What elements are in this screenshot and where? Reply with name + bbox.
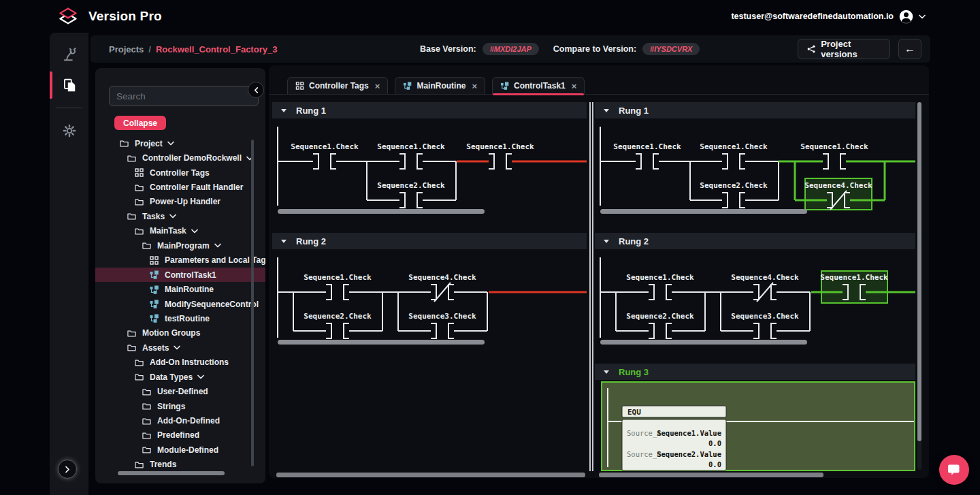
tree-item-controltask1[interactable]: ControlTask1 (95, 268, 265, 282)
tab-bar: Controller Tags × MainRoutine × ControlT… (287, 77, 585, 94)
tree-item-module-defined[interactable]: Module-Defined (95, 443, 265, 457)
compare-pane-horizontal-scrollbar[interactable] (599, 473, 823, 477)
tree-item-controller-demorockwell[interactable]: Controller DemoRockwell (95, 150, 265, 165)
tree-item-modifysequencecontrol[interactable]: ModifySequenceControl (95, 297, 265, 311)
routine-icon (150, 270, 159, 279)
compare-pane-vertical-scrollbar[interactable] (917, 102, 921, 470)
app-title: Version Pro (88, 9, 162, 24)
tab-controller-tags[interactable]: Controller Tags × (287, 77, 388, 94)
top-header: Version Pro testuser@softwaredefinedauto… (0, 0, 980, 33)
rail-item-settings[interactable] (50, 117, 88, 144)
rail-item-robots[interactable] (50, 40, 88, 67)
base-version-label: Base Version: (420, 44, 476, 54)
svg-text:Sequence4.Check: Sequence4.Check (408, 273, 476, 282)
expand-rail-button[interactable] (58, 460, 77, 479)
folder-icon (135, 197, 144, 206)
tab-mainroutine[interactable]: MainRoutine × (395, 77, 485, 94)
routine-icon (150, 285, 159, 294)
folder-icon (142, 402, 151, 411)
icon-rail (50, 33, 88, 495)
collapse-caret-icon (604, 240, 609, 243)
tree-item-power-up-handler[interactable]: Power-Up Handler (95, 195, 265, 209)
tree-vertical-scrollbar[interactable] (251, 140, 254, 466)
tree-item-data-types[interactable]: Data Types (95, 370, 265, 384)
back-arrow-icon: ← (904, 43, 915, 55)
compare-rung1-header[interactable]: Rung 1 (595, 102, 915, 118)
svg-text:Sequence1.Value: Sequence1.Value (657, 429, 721, 437)
tree-item-mainprogram[interactable]: MainProgram (95, 238, 265, 253)
breadcrumb-current-project[interactable]: Rockwell_Control_Factory_3 (156, 44, 277, 54)
svg-text:Sequence2.Value: Sequence2.Value (657, 450, 721, 458)
collapse-caret-icon (281, 109, 287, 112)
compare-rung3-header[interactable]: Rung 3 (595, 364, 915, 380)
rung-horizontal-scrollbar[interactable] (278, 340, 485, 345)
svg-text:EQU: EQU (627, 408, 641, 417)
tab-controltask1[interactable]: ControlTask1 × (492, 77, 585, 94)
folder-icon (135, 372, 144, 381)
svg-text:Sequence2.Check: Sequence2.Check (700, 181, 768, 190)
tree-item-controller-tags[interactable]: Controller Tags (95, 165, 265, 180)
rung-horizontal-scrollbar[interactable] (600, 340, 807, 345)
tree-item-motion-groups[interactable]: Motion Groups (95, 326, 265, 340)
compare-rung2-ladder: Sequence1.Check Sequence2.Check Sequence… (595, 249, 915, 346)
tree-item-strings[interactable]: Strings (95, 399, 265, 413)
folder-icon (127, 343, 136, 352)
folder-icon (142, 431, 151, 440)
chevron-down-icon (174, 345, 180, 350)
close-tab-icon[interactable]: × (472, 81, 477, 91)
base-rung2-header[interactable]: Rung 2 (272, 233, 587, 249)
rail-item-projects[interactable] (50, 71, 88, 99)
pane-divider-line (592, 102, 593, 471)
collapse-tree-button[interactable]: Collapse (114, 116, 166, 130)
base-rung2-ladder: Sequence1.Check Sequence2.Check Sequence… (272, 249, 587, 346)
compare-rung3-ladder-added: EQU Source_A Sequence1.Value 0.0 Source_… (601, 381, 915, 471)
folder-icon (135, 358, 144, 367)
tree-item-controller-fault-handler[interactable]: Controller Fault Handler (95, 180, 265, 194)
close-tab-icon[interactable]: × (375, 81, 380, 91)
tree-item-add-on-defined[interactable]: Add-On-Defined (95, 413, 265, 428)
chat-support-button[interactable] (939, 455, 969, 485)
chat-bubble-icon (947, 462, 962, 477)
svg-text:0.0: 0.0 (708, 439, 721, 447)
routine-icon (500, 82, 509, 90)
tree-item-add-on-instructions[interactable]: Add-On Instructions (95, 355, 265, 370)
tree-item-predefined[interactable]: Predefined (95, 428, 265, 443)
rung-horizontal-scrollbar[interactable] (278, 209, 485, 214)
breadcrumb-projects-link[interactable]: Projects (109, 44, 144, 54)
tree-item-maintask[interactable]: MainTask (95, 224, 265, 238)
base-version-badge[interactable]: #MXDI2JAP (483, 43, 539, 55)
svg-text:Sequence4.Check: Sequence4.Check (804, 181, 872, 190)
base-rung1-header[interactable]: Rung 1 (272, 102, 587, 118)
project-versions-button[interactable]: Project versions (798, 39, 890, 59)
svg-text:0.0: 0.0 (708, 460, 721, 468)
chevron-down-icon (197, 374, 204, 379)
tree-item-user-defined[interactable]: User-Defined (95, 384, 265, 398)
folder-icon (135, 227, 144, 236)
folder-icon (135, 460, 144, 469)
collapse-panel-button[interactable] (248, 82, 264, 98)
base-pane-horizontal-scrollbar[interactable] (276, 473, 585, 477)
svg-text:Sequence2.Check: Sequence2.Check (377, 181, 445, 190)
back-button[interactable]: ← (898, 39, 921, 59)
project-tree: Project Controller DemoRockwell Controll… (95, 136, 265, 477)
rung-horizontal-scrollbar[interactable] (600, 209, 807, 214)
compare-rung2-header[interactable]: Rung 2 (595, 233, 915, 249)
tags-grid-icon (135, 168, 144, 177)
equ-instruction-block[interactable]: EQU Source_A Sequence1.Value 0.0 Source_… (622, 406, 726, 470)
tree-item-mainroutine[interactable]: MainRoutine (95, 282, 265, 296)
tree-item-testroutine[interactable]: testRoutine (95, 311, 265, 325)
svg-text:Sequence3.Check: Sequence3.Check (408, 312, 476, 321)
tree-horizontal-scrollbar[interactable] (118, 471, 225, 475)
tree-item-trends[interactable]: Trends (95, 458, 265, 472)
close-tab-icon[interactable]: × (572, 81, 577, 91)
compare-version-badge[interactable]: #IYSDCVRX (642, 43, 700, 55)
tree-item-tasks[interactable]: Tasks (95, 209, 265, 223)
tree-item-project[interactable]: Project (95, 136, 265, 150)
search-input[interactable] (109, 86, 259, 106)
versions-branch-icon (807, 44, 815, 54)
user-menu[interactable]: testuser@softwaredefinedautomation.io (731, 0, 926, 33)
folder-icon (127, 212, 136, 221)
tree-item-assets[interactable]: Assets (95, 340, 265, 355)
folder-icon (135, 183, 144, 192)
tree-item-parameters-and-local-tags[interactable]: Parameters and Local Tags (95, 253, 265, 268)
